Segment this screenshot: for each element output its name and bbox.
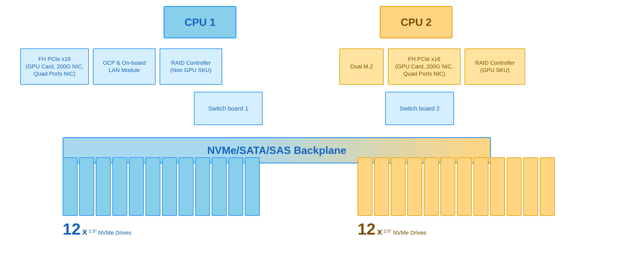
right-drive-slot [391, 157, 406, 216]
cpu1-label: CPU 1 [184, 16, 215, 28]
cpu1-box: CPU 1 [164, 6, 236, 38]
left-drive-count: 12 x 2.5" NVMe Drives [62, 220, 132, 239]
left-drive-slot [112, 157, 127, 216]
dual-m2-box: Dual M.2 [339, 48, 384, 85]
raid-cpu1-label: RAID Controller(Non GPU SKU) [170, 59, 212, 74]
left-drive-slot [178, 157, 194, 216]
right-drive-slot [457, 157, 472, 216]
left-drive-slot [162, 157, 177, 216]
right-drive-count: 12 x 2.5" NVMe Drives [358, 220, 426, 239]
right-drive-slot [374, 157, 389, 216]
left-drive-slot [212, 157, 227, 216]
right-drive-slot [507, 157, 522, 216]
left-drive-slot [129, 157, 144, 216]
switch-board-1-box: Switch board 1 [194, 92, 262, 125]
right-drive-slot [440, 157, 455, 216]
left-count-x: x [82, 227, 87, 237]
fh-pcie-cpu2-label: FH PCIe x16(GPU Card, 200G NIC,Quad Port… [395, 55, 453, 77]
diagram: CPU 1 CPU 2 FH PCIe x16(GPU Card, 200G N… [0, 0, 644, 257]
left-drive-slot [146, 157, 160, 216]
raid-cpu2-box: RAID Controller(GPU SKU) [464, 48, 525, 85]
ocp-cpu1-label: OCP & On-boardLAN Module [103, 59, 146, 74]
switch-board-1-label: Switch board 1 [208, 104, 248, 112]
switch-board-2-box: Switch board 2 [385, 92, 454, 125]
left-count-number: 12 [62, 220, 80, 239]
left-drive-slot [195, 157, 210, 216]
right-drive-slot [358, 157, 372, 216]
dual-m2-label: Dual M.2 [350, 63, 373, 70]
left-drive-slot [79, 157, 94, 216]
right-count-x: x [377, 227, 382, 237]
fh-pcie-cpu1-box: FH PCIe x16(GPU Card, 200G NIC,Quad Port… [20, 48, 89, 85]
right-count-number: 12 [358, 220, 376, 239]
right-drive-slot [490, 157, 505, 216]
right-drive-slot [424, 157, 439, 216]
left-drive-slot [228, 157, 243, 216]
right-count-label: 2.5" NVMe Drives [384, 229, 426, 236]
switch-board-2-label: Switch board 2 [400, 104, 440, 112]
cpu2-box: CPU 2 [380, 6, 452, 38]
backplane-label: NVMe/SATA/SAS Backplane [207, 144, 346, 156]
left-count-label: 2.5" NVMe Drives [89, 229, 131, 236]
raid-cpu2-label: RAID Controller(GPU SKU) [475, 59, 515, 74]
ocp-cpu1-box: OCP & On-boardLAN Module [93, 48, 156, 85]
raid-cpu1-box: RAID Controller(Non GPU SKU) [160, 48, 222, 85]
fh-pcie-cpu1-label: FH PCIe x16(GPU Card, 200G NIC,Quad Port… [26, 55, 84, 77]
left-drive-slot [245, 157, 260, 216]
right-drive-slot [407, 157, 422, 216]
fh-pcie-cpu2-box: FH PCIe x16(GPU Card, 200G NIC,Quad Port… [388, 48, 460, 85]
right-drive-slot [523, 157, 538, 216]
cpu2-label: CPU 2 [400, 16, 432, 28]
left-drive-slot [96, 157, 111, 216]
right-drive-slot [540, 157, 555, 216]
left-drive-slot [62, 157, 78, 216]
right-drive-slot [474, 157, 488, 216]
